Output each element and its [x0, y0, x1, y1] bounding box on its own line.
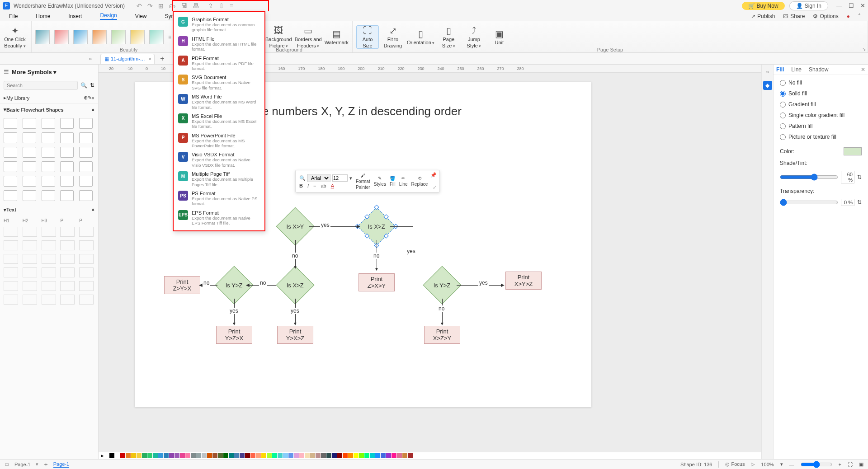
trans-spinner-icon[interactable]: ⇅	[857, 199, 862, 206]
unit-button[interactable]: ▣Unit	[488, 29, 510, 45]
export-item[interactable]: S SVG DocumentExport the document as Nat…	[174, 73, 264, 92]
shape-stencil[interactable]	[4, 132, 17, 143]
color-swatch[interactable]	[191, 453, 196, 458]
export-item[interactable]: H HTML FileExport the document as HTML f…	[174, 34, 264, 54]
fill-solid[interactable]: Solid fill	[780, 90, 862, 97]
shape-stencil[interactable]	[23, 190, 36, 201]
transparency-value[interactable]: 0 %	[841, 199, 854, 206]
color-swatch[interactable]	[278, 453, 283, 458]
shape-stencil[interactable]	[79, 118, 93, 129]
close-icon[interactable]: ✕	[860, 2, 865, 9]
color-swatch[interactable]	[202, 453, 207, 458]
theme-6[interactable]	[130, 30, 145, 44]
shape-stencil[interactable]	[23, 132, 36, 143]
color-swatch[interactable]	[245, 453, 250, 458]
font-size-more-icon[interactable]: ▾	[349, 175, 352, 181]
color-swatch[interactable]	[207, 453, 212, 458]
menu-view[interactable]: View	[135, 13, 147, 19]
shade-value[interactable]: 60 %	[841, 171, 854, 183]
theme-4[interactable]	[92, 30, 107, 44]
text-template[interactable]	[23, 295, 37, 305]
tab-shadow[interactable]: Shadow	[809, 66, 828, 73]
shape-stencil[interactable]	[60, 118, 74, 129]
color-swatch[interactable]	[294, 453, 299, 458]
text-template[interactable]	[42, 254, 56, 264]
fill-button[interactable]: 🪣Fill	[390, 176, 396, 187]
text-template[interactable]	[79, 281, 94, 291]
text-template[interactable]	[4, 240, 18, 250]
shape-stencil[interactable]	[79, 147, 93, 158]
collapse-left-icon[interactable]: «	[85, 56, 96, 62]
one-click-beautify-button[interactable]: ✦ One Click Beautify	[4, 26, 26, 48]
color-swatch[interactable]	[408, 453, 413, 458]
import-icon[interactable]: ⇩	[219, 2, 224, 9]
lib-add-icon[interactable]: ⊕	[84, 95, 88, 101]
color-swatch[interactable]	[142, 453, 147, 458]
play-icon[interactable]: ▷	[751, 461, 755, 467]
line-button[interactable]: ✏Line	[399, 176, 408, 187]
export-item[interactable]: G Graphics FormatExport the document as …	[174, 15, 264, 34]
zoom-in-button[interactable]: +	[839, 462, 841, 467]
color-swatch[interactable]	[229, 453, 234, 458]
auto-size-button[interactable]: ⛶AutoSize	[356, 25, 379, 49]
export-item[interactable]: X MS Excel FileExport the document as MS…	[174, 112, 264, 131]
print-zxy[interactable]: Print Z>X>Y	[359, 273, 395, 291]
font-select[interactable]: Arial	[307, 174, 330, 182]
tab-close-icon[interactable]: ×	[148, 56, 151, 61]
color-swatch[interactable]	[316, 453, 321, 458]
color-swatch[interactable]	[343, 453, 348, 458]
italic-button[interactable]: I	[307, 183, 309, 188]
text-template[interactable]	[60, 254, 75, 264]
collapse-ribbon-icon[interactable]: ˄	[858, 13, 861, 19]
shape-stencil[interactable]	[79, 161, 93, 172]
theme-2[interactable]	[54, 30, 69, 44]
color-swatch[interactable]	[169, 453, 174, 458]
watermark-button[interactable]: ▤Watermark	[325, 29, 349, 45]
shape-stencil[interactable]	[42, 147, 55, 158]
color-swatch[interactable]	[185, 453, 190, 458]
color-swatch[interactable]	[120, 453, 125, 458]
options-button[interactable]: ⚙ Options	[813, 13, 838, 19]
publish-button[interactable]: ↗ Publish	[751, 13, 775, 19]
expand-rightpanel-icon[interactable]: »	[763, 67, 772, 76]
color-swatch[interactable]	[212, 453, 217, 458]
color-swatch[interactable]	[223, 453, 228, 458]
shape-stencil[interactable]	[23, 118, 36, 129]
print-yxz[interactable]: Print Y>X>Z	[277, 326, 313, 344]
new-icon[interactable]: ⊞	[158, 2, 164, 9]
redo-icon[interactable]: ↷	[147, 2, 153, 9]
pagesetup-launcher-icon[interactable]: ↘	[862, 47, 866, 52]
section-close-icon[interactable]: ×	[92, 107, 94, 113]
text-template[interactable]	[23, 254, 37, 264]
text-template[interactable]	[4, 267, 18, 277]
color-swatch[interactable]	[321, 453, 326, 458]
shade-spinner-icon[interactable]: ⇅	[857, 174, 862, 180]
add-tab-button[interactable]: +	[157, 55, 167, 63]
text-template[interactable]	[4, 227, 18, 237]
color-swatch[interactable]	[283, 453, 288, 458]
print-xzy[interactable]: Print X>Z>Y	[424, 326, 460, 344]
shade-slider[interactable]	[780, 174, 838, 181]
font-search-icon[interactable]: 🔍	[299, 175, 306, 181]
color-swatch[interactable]	[126, 453, 131, 458]
color-swatch[interactable]	[250, 453, 255, 458]
add-page-button[interactable]: +	[44, 461, 47, 468]
export-item[interactable]: EPS EPS FormatExport the document as Nat…	[174, 208, 264, 228]
fullscreen-icon[interactable]: ⛶	[848, 462, 853, 467]
panel-close-icon[interactable]: ✕	[861, 66, 865, 73]
replace-button[interactable]: ⟲Replace	[411, 176, 428, 187]
color-swatch[interactable]	[131, 453, 136, 458]
color-swatch[interactable]	[392, 453, 396, 458]
text-template[interactable]	[79, 240, 94, 250]
color-swatch[interactable]	[310, 453, 315, 458]
shape-stencil[interactable]	[23, 176, 36, 187]
color-swatch[interactable]	[370, 453, 375, 458]
shape-stencil[interactable]	[60, 190, 74, 201]
theme-5[interactable]	[111, 30, 126, 44]
text-style[interactable]: H2	[23, 218, 38, 223]
shape-stencil[interactable]	[4, 147, 17, 158]
color-swatch[interactable]	[332, 453, 337, 458]
bold-button[interactable]: B	[299, 183, 303, 188]
tab-fill[interactable]: Fill	[776, 66, 784, 73]
page-tab[interactable]: Page-1	[53, 461, 69, 468]
